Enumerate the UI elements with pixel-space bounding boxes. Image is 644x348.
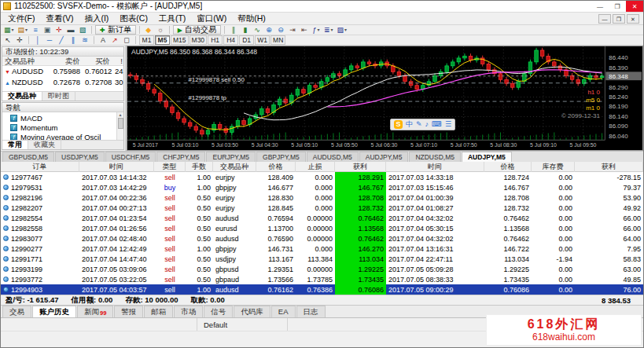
navigator-item-2[interactable]: fMoving Average of Oscil bbox=[2, 132, 123, 140]
history-row-12993199[interactable]: 12993199 2017.07.05 03:09:06 sell 0.50 g… bbox=[1, 264, 643, 274]
market-watch-col-0[interactable]: 交易品种 bbox=[2, 57, 50, 65]
terminal-tab-1[interactable]: 账户历史 bbox=[32, 306, 76, 317]
history-row-12979531[interactable]: 12979531 2017.07.03 14:42:29 buy 1.00 gb… bbox=[1, 182, 643, 192]
menu-item-1[interactable]: 查看(V) bbox=[40, 13, 79, 25]
chart-tab-CHFJPY,M5-3[interactable]: CHFJPY,M5 bbox=[156, 152, 205, 162]
terminal-column-5[interactable]: 价格 bbox=[256, 162, 296, 172]
terminal-column-3[interactable]: 手数 bbox=[186, 162, 213, 172]
ime-logo-icon[interactable]: S bbox=[394, 120, 403, 129]
options-icon[interactable]: ☼ bbox=[155, 25, 166, 35]
history-row-12982196[interactable]: 12982196 2017.07.04 00:22:36 sell 0.50 e… bbox=[1, 192, 643, 203]
chart-tab-AUDUSD,M5-6[interactable]: AUDUSD,M5 bbox=[307, 152, 359, 162]
history-row-12977467[interactable]: 12977467 2017.07.03 14:14:32 sell 1.00 e… bbox=[1, 172, 643, 182]
chart-tab-AUDJPY,M5-7[interactable]: AUDJPY,M5 bbox=[359, 152, 409, 162]
terminal-column-2[interactable]: 类型 bbox=[154, 162, 186, 172]
terminal-column-10[interactable]: 库存费 bbox=[532, 162, 575, 172]
history-row-12994903[interactable]: 12994903 2017.07.05 04:03:57 sell 1.00 a… bbox=[1, 284, 643, 295]
terminal-tab-6[interactable]: 信号 bbox=[204, 306, 233, 317]
history-row-12990277[interactable]: 12990277 2017.07.04 12:42:49 sell 1.00 g… bbox=[1, 244, 643, 254]
metaeditor-icon[interactable]: ◆ bbox=[143, 25, 154, 35]
data-window-icon[interactable]: ▣ bbox=[42, 25, 53, 35]
market-watch-row-NZDUSD[interactable]: ▲NZDUSD 0.726780.7270830 bbox=[2, 77, 123, 88]
chart-tab-GBPJPY,M5-5[interactable]: GBPJPY,M5 bbox=[256, 152, 306, 162]
ime-button-3[interactable]: ⌨ bbox=[432, 120, 442, 129]
market-watch-tab-1[interactable]: 即时图 bbox=[42, 92, 75, 101]
terminal-tab-0[interactable]: 交易 bbox=[2, 306, 31, 317]
market-watch-col-3[interactable]: ! bbox=[112, 57, 124, 65]
market-watch-row-AUDUSD[interactable]: ▼AUDUSD 0.759880.7601224 bbox=[2, 66, 123, 77]
strategy-tester-icon[interactable]: ▧ bbox=[77, 25, 88, 35]
zoom-out-icon[interactable]: ⊖ bbox=[275, 25, 286, 35]
menu-item-5[interactable]: 窗口(W) bbox=[191, 13, 232, 25]
ime-button-2[interactable]: ♪ bbox=[425, 120, 429, 129]
channel-icon[interactable]: ∥ bbox=[68, 35, 79, 45]
timeframe-H4[interactable]: H4 bbox=[223, 35, 238, 45]
ime-button-0[interactable]: 中 bbox=[406, 120, 413, 129]
terminal-tab-8[interactable]: EA bbox=[271, 306, 296, 317]
terminal-column-11[interactable]: 获利 bbox=[575, 162, 643, 172]
menu-item-3[interactable]: 图表(C) bbox=[114, 13, 153, 25]
history-row-12983077[interactable]: 12983077 2017.07.04 02:48:40 sell 0.50 a… bbox=[1, 233, 643, 244]
terminal-tab-3[interactable]: 警报 bbox=[114, 306, 143, 317]
market-watch-toggle-icon[interactable]: ≡ bbox=[30, 25, 41, 35]
history-row-12982554[interactable]: 12982554 2017.07.04 01:23:54 sell 0.50 a… bbox=[1, 213, 643, 223]
menu-item-6[interactable]: 帮助(H) bbox=[232, 13, 271, 25]
ime-toolbar[interactable]: S中✎♪⌨☰ bbox=[390, 119, 455, 130]
bar-chart-icon[interactable]: ∥ bbox=[228, 25, 239, 35]
terminal-tab-9[interactable]: 日志 bbox=[296, 306, 326, 317]
timeframe-M30[interactable]: M30 bbox=[190, 35, 208, 45]
line-chart-icon[interactable]: ∿ bbox=[252, 25, 263, 35]
cursor-icon[interactable]: ↖ bbox=[2, 35, 13, 45]
menu-item-4[interactable]: 工具(T) bbox=[153, 13, 191, 25]
terminal-tab-2[interactable]: 新闻99 bbox=[77, 306, 113, 317]
terminal-tab-7[interactable]: 代码库 bbox=[234, 306, 270, 317]
scroll-thumb[interactable] bbox=[118, 118, 123, 129]
navigator-tab-1[interactable]: 收藏夹 bbox=[28, 141, 61, 149]
terminal-column-8[interactable]: 时间 bbox=[386, 162, 484, 172]
timeframe-W1[interactable]: W1 bbox=[255, 35, 270, 45]
ime-button-1[interactable]: ✎ bbox=[416, 120, 422, 129]
navigator-item-0[interactable]: fMACD bbox=[2, 113, 123, 123]
history-row-12982558[interactable]: 12982558 2017.07.04 01:26:56 sell 0.50 e… bbox=[1, 223, 643, 233]
terminal-column-0[interactable]: 订单 bbox=[1, 162, 79, 172]
timeframe-MN[interactable]: MN bbox=[270, 35, 285, 45]
auto-trading-button[interactable]: ▶自动交易 bbox=[173, 25, 221, 35]
terminal-toggle-icon[interactable]: ▬ bbox=[65, 25, 76, 35]
indicators-icon[interactable]: ƒ▾ bbox=[311, 25, 322, 35]
profile-selector[interactable]: Default bbox=[197, 318, 288, 331]
navigator-scrollbar[interactable]: ▲ bbox=[116, 112, 123, 140]
terminal-column-6[interactable]: 止损 bbox=[296, 162, 335, 172]
timeframe-H1[interactable]: H1 bbox=[208, 35, 223, 45]
chart[interactable]: 86.44086.39086.34086.29086.24086.19086.1… bbox=[127, 46, 643, 151]
candlestick-chart-icon[interactable]: ▮ bbox=[240, 25, 251, 35]
chart-minimize-button[interactable]: — bbox=[598, 14, 611, 24]
terminal-column-7[interactable]: 获利 bbox=[335, 162, 386, 172]
history-row-12993772[interactable]: 12993772 2017.07.05 03:22:05 sell 0.50 g… bbox=[1, 274, 643, 284]
templates-icon[interactable]: ▨▾ bbox=[335, 25, 348, 35]
crosshair-icon[interactable]: ✛ bbox=[14, 35, 25, 45]
history-row-12982207[interactable]: 12982207 2017.07.04 00:27:13 sell 0.50 e… bbox=[1, 203, 643, 213]
close-button[interactable]: ✕ bbox=[626, 1, 643, 12]
market-watch-col-1[interactable]: 卖价 bbox=[50, 57, 83, 65]
market-watch-col-2[interactable]: 买价 bbox=[83, 57, 112, 65]
chart-tab-NZDUSD,M5-8[interactable]: NZDUSD,M5 bbox=[409, 152, 461, 162]
terminal-column-9[interactable]: 价格 bbox=[484, 162, 532, 172]
chart-tab-GBPUSD,M5-0[interactable]: GBPUSD,M5 bbox=[2, 152, 54, 162]
restore-button[interactable]: ❐ bbox=[609, 1, 626, 12]
timeframe-M1[interactable]: M1 bbox=[139, 35, 154, 45]
trendline-icon[interactable]: ╱ bbox=[56, 35, 67, 45]
terminal-column-1[interactable]: 时间 bbox=[79, 162, 154, 172]
horizontal-line-icon[interactable]: ─ bbox=[44, 35, 55, 45]
ime-button-4[interactable]: ☰ bbox=[445, 120, 451, 129]
new-chart-icon[interactable]: ▦▾ bbox=[2, 25, 16, 35]
minimize-button[interactable]: — bbox=[591, 1, 609, 12]
navigator-tab-0[interactable]: 常用 bbox=[2, 141, 28, 149]
profiles-icon[interactable]: ▤▾ bbox=[17, 25, 30, 35]
market-watch-tab-0[interactable]: 交易品种 bbox=[2, 92, 42, 101]
menu-item-2[interactable]: 插入(I) bbox=[79, 13, 114, 25]
auto-scroll-icon[interactable]: ⇥ bbox=[287, 25, 298, 35]
history-row-12991771[interactable]: 12991771 2017.07.04 14:47:40 sell 0.50 u… bbox=[1, 254, 643, 264]
chart-tab-USDJPY,M5-1[interactable]: USDJPY,M5 bbox=[55, 152, 105, 162]
vertical-line-icon[interactable]: │ bbox=[32, 35, 43, 45]
arrows-icon[interactable]: ↗ bbox=[109, 35, 120, 45]
